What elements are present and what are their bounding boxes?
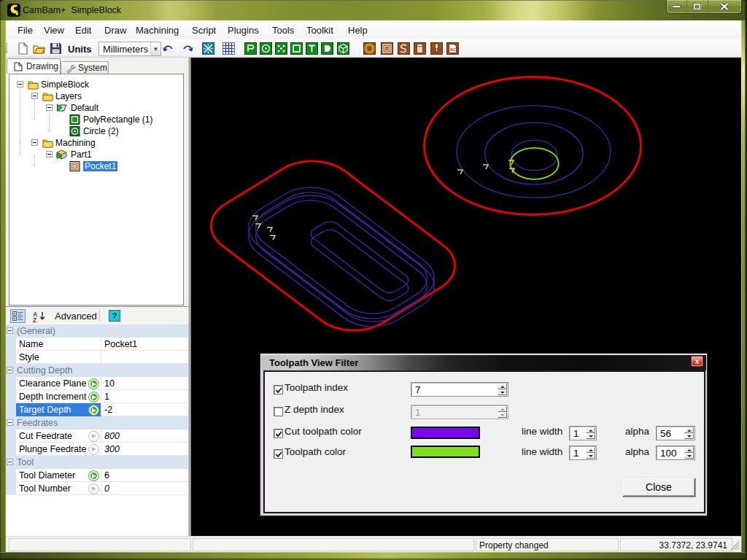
svg-text:NC: NC [450, 47, 456, 52]
svg-text:Z: Z [33, 316, 36, 322]
